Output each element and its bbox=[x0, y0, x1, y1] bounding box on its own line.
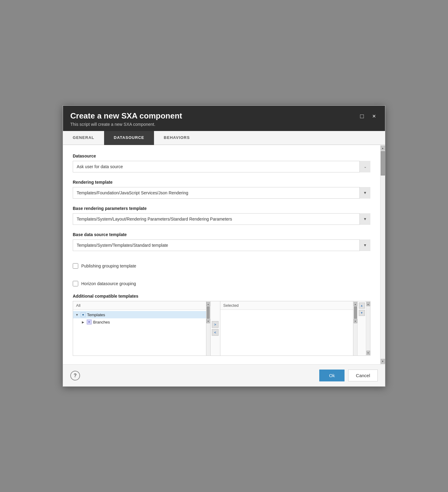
dialog-header-actions: □ × bbox=[358, 112, 378, 120]
dialog-body: Datasource Ask user for data source No d… bbox=[63, 145, 385, 364]
dialog-title: Create a new SXA component bbox=[70, 111, 182, 121]
branch-icon: ✦ bbox=[86, 319, 92, 325]
compatible-templates-section: Additional compatible templates All ▼ ■ bbox=[73, 294, 370, 356]
outer-scrollbar: ▲ ▼ bbox=[366, 301, 370, 356]
template-icon-shape: ■ bbox=[81, 312, 86, 317]
horizon-datasource-checkbox[interactable] bbox=[73, 281, 78, 286]
main-scroll-up[interactable]: ▲ bbox=[381, 146, 385, 150]
tree-label-templates: Templates bbox=[87, 313, 105, 317]
horizon-datasource-row: Horizon datasource grouping bbox=[73, 281, 370, 286]
selected-panel-body bbox=[220, 310, 353, 356]
move-left-button[interactable]: < bbox=[212, 329, 219, 336]
all-scroll-thumb[interactable] bbox=[207, 306, 210, 319]
main-scroll-down[interactable]: ▼ bbox=[381, 359, 385, 364]
base-rendering-params-section: Base rendering parameters template Templ… bbox=[73, 206, 370, 225]
selected-panel-scrollbar: ▲ ▼ bbox=[353, 301, 357, 356]
base-datasource-select-wrapper: Templates/System/Templates/Standard temp… bbox=[73, 239, 370, 251]
dialog-header: Create a new SXA component This script w… bbox=[63, 106, 385, 131]
main-scrollbar: ▲ ▼ bbox=[380, 145, 385, 364]
branch-icon-shape: ✦ bbox=[87, 320, 92, 324]
cancel-button[interactable]: Cancel bbox=[348, 370, 378, 381]
all-panel-header: All bbox=[73, 301, 206, 310]
rendering-template-label: Rendering template bbox=[73, 180, 370, 185]
publishing-grouping-checkbox[interactable] bbox=[73, 263, 78, 269]
footer-right: Ok Cancel bbox=[319, 370, 378, 381]
tree-item-branches[interactable]: ▶ ✦ Branches bbox=[73, 318, 206, 326]
dialog: Create a new SXA component This script w… bbox=[63, 105, 385, 387]
dialog-subtitle: This script will create a new SXA compon… bbox=[70, 122, 182, 127]
horizon-datasource-section: Horizon datasource grouping bbox=[73, 281, 370, 286]
tab-datasource[interactable]: DATASOURCE bbox=[104, 131, 154, 145]
list-controls: > < bbox=[211, 301, 220, 356]
datasource-select[interactable]: Ask user for data source No datasource C… bbox=[73, 161, 370, 172]
tree-arrow-branches: ▶ bbox=[81, 320, 85, 324]
selected-scroll-down[interactable]: ▼ bbox=[354, 319, 357, 323]
tree-label-branches: Branches bbox=[93, 320, 110, 324]
publishing-grouping-section: Publishing grouping template bbox=[73, 263, 370, 269]
maximize-button[interactable]: □ bbox=[358, 112, 366, 120]
base-rendering-params-select[interactable]: Templates/System/Layout/Rendering Parame… bbox=[73, 213, 370, 225]
datasource-select-wrapper: Ask user for data source No datasource C… bbox=[73, 161, 370, 172]
selected-panel: Selected bbox=[220, 301, 353, 356]
all-scroll-down[interactable]: ▼ bbox=[206, 319, 210, 323]
close-button[interactable]: × bbox=[370, 112, 378, 120]
move-down-button[interactable]: ▼ bbox=[359, 310, 365, 316]
tab-behaviors[interactable]: BEHAVIORS bbox=[154, 131, 200, 145]
horizon-datasource-label: Horizon datasource grouping bbox=[81, 281, 136, 286]
template-icon: ■ bbox=[80, 312, 86, 317]
selected-scroll-thumb[interactable] bbox=[354, 306, 357, 319]
base-datasource-select[interactable]: Templates/System/Templates/Standard temp… bbox=[73, 239, 370, 251]
move-right-button[interactable]: > bbox=[212, 321, 219, 328]
dialog-content: Datasource Ask user for data source No d… bbox=[63, 145, 380, 364]
all-panel: All ▼ ■ Templates bbox=[73, 301, 206, 356]
rendering-template-select[interactable]: Templates/Foundation/JavaScript Services… bbox=[73, 187, 370, 199]
publishing-grouping-label: Publishing grouping template bbox=[81, 264, 136, 268]
selected-scroll-up[interactable]: ▲ bbox=[354, 302, 357, 306]
publishing-grouping-row: Publishing grouping template bbox=[73, 263, 370, 269]
datasource-label: Datasource bbox=[73, 154, 370, 158]
all-panel-body: ▼ ■ Templates ▶ ✦ bbox=[73, 310, 206, 356]
tabs-bar: GENERAL DATASOURCE BEHAVIORS bbox=[63, 131, 385, 145]
dual-list: All ▼ ■ Templates bbox=[73, 301, 370, 356]
tab-general[interactable]: GENERAL bbox=[63, 131, 104, 145]
outer-scroll-up[interactable]: ▲ bbox=[366, 302, 370, 306]
base-datasource-label: Base data source template bbox=[73, 232, 370, 237]
spacer-1 bbox=[73, 258, 370, 263]
dialog-footer: ? Ok Cancel bbox=[63, 364, 385, 386]
footer-left: ? bbox=[70, 371, 80, 381]
tree-arrow-templates: ▼ bbox=[75, 313, 79, 317]
move-up-button[interactable]: ▲ bbox=[359, 303, 365, 309]
main-scroll-thumb[interactable] bbox=[381, 151, 385, 175]
outer-scroll-down[interactable]: ▼ bbox=[366, 351, 370, 355]
spacer-2 bbox=[73, 276, 370, 281]
tree-item-templates[interactable]: ▼ ■ Templates bbox=[73, 311, 206, 318]
rendering-template-section: Rendering template Templates/Foundation/… bbox=[73, 180, 370, 199]
all-scroll-up[interactable]: ▲ bbox=[206, 302, 210, 306]
help-button[interactable]: ? bbox=[70, 371, 80, 381]
datasource-section: Datasource Ask user for data source No d… bbox=[73, 154, 370, 172]
base-rendering-params-select-wrapper: Templates/System/Layout/Rendering Parame… bbox=[73, 213, 370, 225]
rendering-template-select-wrapper: Templates/Foundation/JavaScript Services… bbox=[73, 187, 370, 199]
ok-button[interactable]: Ok bbox=[319, 370, 345, 381]
dialog-header-left: Create a new SXA component This script w… bbox=[70, 111, 182, 127]
all-panel-scrollbar: ▲ ▼ bbox=[206, 301, 211, 356]
compatible-templates-label: Additional compatible templates bbox=[73, 294, 370, 299]
base-rendering-params-label: Base rendering parameters template bbox=[73, 206, 370, 211]
selected-panel-header: Selected bbox=[220, 301, 353, 310]
base-datasource-section: Base data source template Templates/Syst… bbox=[73, 232, 370, 251]
reorder-controls: ▲ ▼ bbox=[357, 301, 366, 356]
